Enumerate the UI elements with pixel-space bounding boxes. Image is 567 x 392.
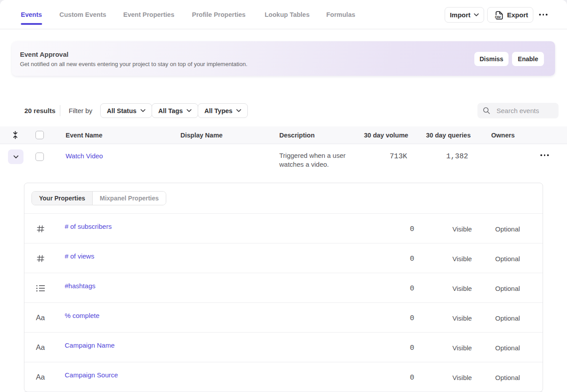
svg-text:csv: csv bbox=[495, 15, 501, 19]
